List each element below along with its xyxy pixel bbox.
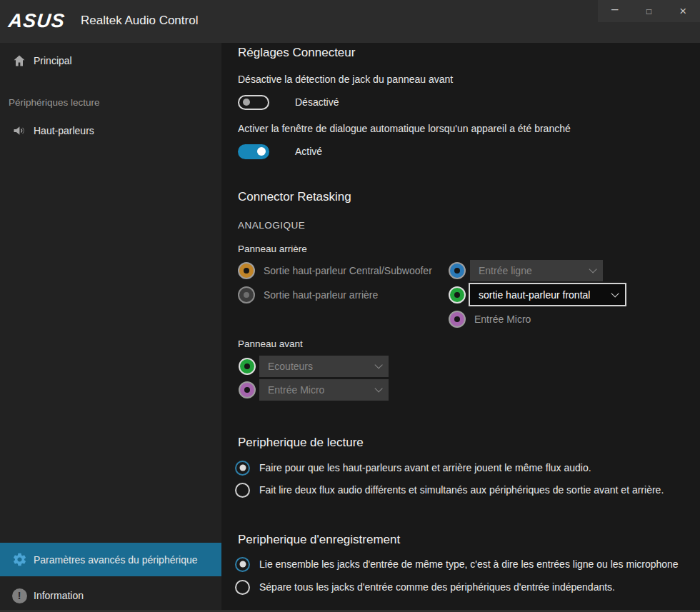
window-controls: – □ × <box>598 0 700 22</box>
chevron-down-icon <box>374 361 382 368</box>
minimize-icon[interactable]: – <box>598 0 632 22</box>
sidebar-item-parametres-avances[interactable]: Paramètres avancés du périphérique <box>0 543 221 576</box>
headphones-dropdown: Ecouteurs <box>259 356 389 377</box>
jack-row-headphones <box>239 356 256 377</box>
jack-label: Sortie haut-parleur arrière <box>264 289 378 301</box>
info-icon: ! <box>11 587 28 604</box>
app-title: Realtek Audio Control <box>81 14 198 28</box>
jack-detection-toggle[interactable] <box>238 95 269 110</box>
line-in-dropdown: Entrée ligne <box>470 260 603 281</box>
recording-option-tie-jacks[interactable]: Lie ensemble les jacks d'entrée de même … <box>235 556 679 572</box>
section-title-connector-retasking: Connector Retasking <box>238 190 351 204</box>
sidebar-section-label: Périphériques lecture <box>9 97 100 108</box>
main-content: Réglages Connecteur Désactive la détecti… <box>221 43 700 612</box>
jack-green-icon <box>449 286 466 304</box>
playback-option-same-stream[interactable]: Faire pour que les haut-parleurs avant e… <box>235 460 591 476</box>
radio-selected-icon[interactable] <box>235 557 250 572</box>
auto-dialog-toggle[interactable] <box>238 144 269 159</box>
toggle-label-auto-dialog: Activer la fenêtre de dialogue automatiq… <box>238 123 571 134</box>
toggle-knob <box>243 99 250 106</box>
dropdown-value: Entrée Micro <box>268 384 324 396</box>
toggle-state-label: Activé <box>295 146 322 157</box>
jack-blue-icon <box>449 262 466 279</box>
home-icon <box>11 52 28 69</box>
radio-unselected-icon[interactable] <box>235 580 250 595</box>
front-panel-label: Panneau avant <box>238 338 303 349</box>
close-icon[interactable]: × <box>666 0 700 22</box>
jack-label: Entrée Micro <box>474 313 531 325</box>
jack-row-center-subwoofer: Sortie haut-parleur Central/Subwoofer <box>238 260 432 281</box>
sidebar: Principal Périphériques lecture Haut-par… <box>0 43 221 612</box>
sidebar-item-information[interactable]: ! Information <box>0 578 221 612</box>
section-title-playback-device: Peripherique de lecture <box>238 436 364 450</box>
back-panel-label: Panneau arrière <box>238 244 307 254</box>
playback-option-different-streams[interactable]: Fait lire deux flux audio différents et … <box>235 482 664 498</box>
jack-gray-icon <box>238 286 255 304</box>
jack-label: Sortie haut-parleur Central/Subwoofer <box>264 265 432 276</box>
titlebar: ASUS Realtek Audio Control – □ × <box>0 0 700 43</box>
gear-icon <box>11 551 28 568</box>
chevron-down-icon <box>611 289 619 297</box>
maximize-icon[interactable]: □ <box>632 0 666 22</box>
asus-logo: ASUS <box>7 10 66 32</box>
sidebar-item-principal[interactable]: Principal <box>0 44 221 77</box>
chevron-down-icon <box>374 384 382 392</box>
dropdown-value: Ecouteurs <box>268 361 313 372</box>
sidebar-item-label: Haut-parleurs <box>34 125 94 136</box>
jack-row-line-in <box>449 260 466 281</box>
front-mic-dropdown: Entrée Micro <box>259 379 389 401</box>
jack-row-rear-speaker: Sortie haut-parleur arrière <box>238 284 378 306</box>
radio-label: Sépare tous les jacks d'entrée comme des… <box>259 581 615 593</box>
jack-row-mic-in: Entrée Micro <box>449 308 531 330</box>
jack-green-icon <box>239 358 256 375</box>
front-speaker-dropdown[interactable]: sortie haut-parleur frontal <box>469 283 626 306</box>
radio-label: Lie ensemble les jacks d'entrée de même … <box>259 558 679 570</box>
toggle-state-label: Désactivé <box>295 96 339 108</box>
sidebar-item-label: Principal <box>34 55 72 66</box>
recording-option-separate-jacks[interactable]: Sépare tous les jacks d'entrée comme des… <box>235 579 615 595</box>
radio-label: Faire pour que les haut-parleurs avant e… <box>259 462 591 473</box>
sidebar-item-haut-parleurs[interactable]: Haut-parleurs <box>0 114 221 147</box>
toggle-row-auto-dialog: Activé <box>238 144 322 159</box>
jack-orange-icon <box>238 262 255 279</box>
sidebar-item-label: Paramètres avancés du périphérique <box>34 554 198 566</box>
section-title-recording-device: Peripherique d'enregistrement <box>238 533 400 547</box>
chevron-down-icon <box>589 265 596 273</box>
toggle-label-jack-detection: Désactive la détection de jack du pannea… <box>238 74 453 85</box>
sidebar-item-label: Information <box>34 590 84 601</box>
radio-unselected-icon[interactable] <box>235 483 250 498</box>
section-title-reglages-connecteur: Réglages Connecteur <box>238 46 355 60</box>
dropdown-value: sortie haut-parleur frontal <box>479 289 590 301</box>
toggle-knob <box>257 147 266 156</box>
dropdown-value: Entrée ligne <box>479 265 532 276</box>
speaker-icon <box>11 122 28 139</box>
radio-selected-icon[interactable] <box>235 461 250 476</box>
jack-purple-icon <box>449 311 466 328</box>
jack-row-front-speaker-out <box>449 284 466 306</box>
toggle-row-jack-detection: Désactivé <box>238 94 339 110</box>
analog-label: ANALOGIQUE <box>238 220 305 231</box>
jack-row-front-mic <box>239 379 256 401</box>
radio-label: Fait lire deux flux audio différents et … <box>259 484 664 496</box>
jack-purple-icon <box>239 381 256 398</box>
realtek-audio-control-window: ASUS Realtek Audio Control – □ × Princip… <box>0 0 700 612</box>
